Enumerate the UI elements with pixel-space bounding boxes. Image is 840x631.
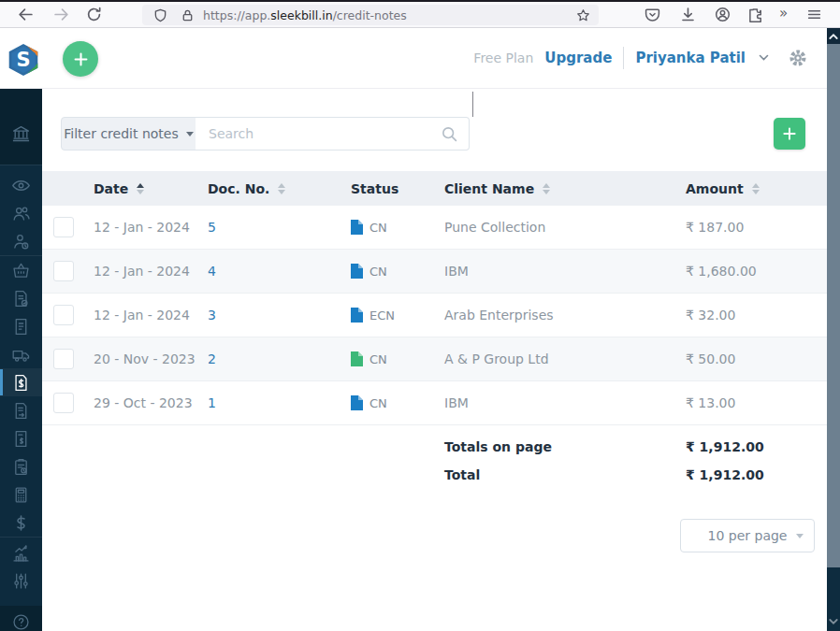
download-icon[interactable] bbox=[680, 7, 696, 22]
row-status: ECN bbox=[369, 308, 395, 323]
total-value: ₹ 1,912.00 bbox=[686, 467, 827, 482]
app-header: S Free Plan Upgrade Priyanka Patil bbox=[0, 28, 827, 89]
sidebar-item-file-lines-icon[interactable] bbox=[0, 312, 42, 340]
sidebar-item-file-arrow-icon[interactable] bbox=[0, 396, 42, 424]
total-row: Total ₹ 1,912.00 bbox=[42, 461, 827, 489]
row-checkbox[interactable] bbox=[53, 217, 74, 237]
sort-icon[interactable] bbox=[543, 183, 550, 194]
table-header-row: Date Doc. No. Status Client Name Amount bbox=[42, 171, 827, 206]
menu-icon[interactable] bbox=[806, 7, 822, 22]
row-checkbox[interactable] bbox=[53, 393, 74, 413]
chevron-down-icon[interactable] bbox=[759, 54, 769, 62]
sleekbill-logo[interactable]: S bbox=[7, 44, 39, 76]
upgrade-link[interactable]: Upgrade bbox=[544, 50, 612, 66]
row-checkbox[interactable] bbox=[53, 305, 74, 325]
page-scrollbar[interactable] bbox=[827, 28, 840, 631]
row-checkbox[interactable] bbox=[53, 261, 74, 281]
row-amount: ₹ 50.00 bbox=[686, 351, 827, 366]
plus-icon bbox=[781, 125, 798, 142]
sidebar-item-calculator-icon[interactable] bbox=[0, 480, 42, 509]
account-icon[interactable] bbox=[715, 7, 731, 22]
add-credit-note-button[interactable] bbox=[774, 118, 805, 150]
url-text: https://app.sleekbill.in/credit-notes bbox=[203, 8, 407, 22]
totals-on-page-row: Totals on page ₹ 1,912.00 bbox=[42, 433, 827, 461]
sidebar-item-chart-growth-icon[interactable] bbox=[0, 539, 42, 567]
sidebar-item-file-invoice-dollar-icon[interactable] bbox=[0, 424, 42, 452]
table-row[interactable]: 12 - Jan - 2024 3 ECN Arab Enterprises ₹… bbox=[42, 294, 827, 337]
sidebar-item-bank-icon[interactable] bbox=[0, 120, 42, 148]
row-client: A & P Group Ltd bbox=[444, 351, 686, 366]
column-header-doc-no[interactable]: Doc. No. bbox=[208, 181, 351, 196]
sidebar-item-help-circle-icon[interactable] bbox=[0, 608, 42, 631]
row-status: CN bbox=[369, 221, 387, 235]
column-header-amount[interactable]: Amount bbox=[686, 181, 827, 196]
column-header-status[interactable]: Status bbox=[351, 181, 444, 196]
totals-on-page-value: ₹ 1,912.00 bbox=[686, 439, 827, 454]
row-date: 20 - Nov - 2023 bbox=[94, 351, 208, 366]
shield-icon[interactable] bbox=[153, 8, 167, 22]
doc-number-link[interactable]: 1 bbox=[208, 395, 216, 410]
per-page-select[interactable]: 10 per page bbox=[680, 519, 815, 552]
sidebar bbox=[0, 89, 42, 631]
document-status-icon bbox=[351, 264, 363, 279]
address-bar[interactable]: https://app.sleekbill.in/credit-notes bbox=[142, 5, 599, 25]
sidebar-item-dollar-icon[interactable] bbox=[0, 509, 42, 537]
row-client: Pune Collection bbox=[444, 220, 686, 235]
table-row[interactable]: 12 - Jan - 2024 4 CN IBM ₹ 1,680.00 bbox=[42, 250, 827, 294]
sidebar-item-users-icon[interactable] bbox=[0, 199, 42, 227]
totals-section: Totals on page ₹ 1,912.00 Total ₹ 1,912.… bbox=[42, 433, 827, 489]
sidebar-item-file-dollar-icon[interactable] bbox=[0, 368, 42, 396]
gear-icon[interactable] bbox=[788, 48, 808, 68]
sort-icon[interactable] bbox=[137, 183, 144, 194]
column-header-client[interactable]: Client Name bbox=[444, 181, 686, 196]
main-content: Filter credit notes Date Doc. No. bbox=[42, 89, 827, 631]
quick-create-button[interactable] bbox=[63, 41, 98, 77]
sort-icon[interactable] bbox=[752, 183, 760, 194]
search-input[interactable] bbox=[196, 118, 469, 150]
row-amount: ₹ 1,680.00 bbox=[686, 264, 827, 279]
sidebar-item-sliders-icon[interactable] bbox=[0, 566, 42, 595]
extensions-puzzle-icon[interactable] bbox=[747, 7, 763, 22]
sidebar-item-user-clock-icon[interactable] bbox=[0, 227, 42, 255]
bookmark-star-icon[interactable] bbox=[576, 8, 590, 22]
sidebar-item-eye-icon[interactable] bbox=[0, 171, 42, 199]
sidebar-item-file-check-icon[interactable] bbox=[0, 284, 42, 312]
row-date: 12 - Jan - 2024 bbox=[94, 220, 208, 235]
user-menu[interactable]: Priyanka Patil bbox=[635, 50, 746, 66]
table-row[interactable]: 20 - Nov - 2023 2 CN A & P Group Ltd ₹ 5… bbox=[42, 337, 827, 381]
scrollbar-down-icon[interactable] bbox=[827, 612, 840, 631]
lock-icon[interactable] bbox=[181, 8, 195, 22]
column-header-date[interactable]: Date bbox=[94, 181, 208, 196]
doc-number-link[interactable]: 4 bbox=[208, 264, 216, 279]
document-status-icon bbox=[351, 395, 363, 410]
doc-number-link[interactable]: 5 bbox=[208, 220, 216, 235]
sidebar-divider bbox=[0, 537, 42, 538]
doc-number-link[interactable]: 2 bbox=[208, 351, 216, 366]
sidebar-item-truck-icon[interactable] bbox=[0, 340, 42, 368]
filter-dropdown-label: Filter credit notes bbox=[64, 126, 178, 141]
row-checkbox[interactable] bbox=[53, 349, 74, 369]
document-status-icon bbox=[351, 308, 363, 323]
table-row[interactable]: 29 - Oct - 2023 1 CN IBM ₹ 13.00 bbox=[42, 381, 827, 425]
filter-dropdown-button[interactable]: Filter credit notes bbox=[61, 117, 196, 151]
back-icon[interactable] bbox=[18, 7, 34, 22]
pocket-icon[interactable] bbox=[644, 7, 660, 22]
table-row[interactable]: 12 - Jan - 2024 5 CN Pune Collection ₹ 1… bbox=[42, 206, 827, 250]
row-amount: ₹ 32.00 bbox=[686, 308, 827, 323]
document-status-icon bbox=[351, 351, 363, 366]
overflow-chevrons-icon[interactable]: » bbox=[779, 5, 787, 22]
filter-caret-icon bbox=[186, 132, 194, 136]
row-date: 12 - Jan - 2024 bbox=[94, 264, 208, 279]
sort-icon[interactable] bbox=[278, 183, 285, 194]
search-icon[interactable] bbox=[441, 125, 458, 143]
scrollbar-thumb[interactable] bbox=[827, 44, 840, 567]
sidebar-item-basket-icon[interactable] bbox=[0, 256, 42, 284]
row-client: Arab Enterprises bbox=[444, 308, 686, 323]
forward-icon[interactable] bbox=[53, 7, 69, 22]
scrollbar-up-icon[interactable] bbox=[827, 28, 840, 44]
doc-number-link[interactable]: 3 bbox=[208, 308, 216, 323]
refresh-icon[interactable] bbox=[86, 7, 102, 22]
row-date: 29 - Oct - 2023 bbox=[94, 395, 208, 410]
plus-icon bbox=[72, 50, 90, 68]
sidebar-item-clipboard-clock-icon[interactable] bbox=[0, 452, 42, 480]
